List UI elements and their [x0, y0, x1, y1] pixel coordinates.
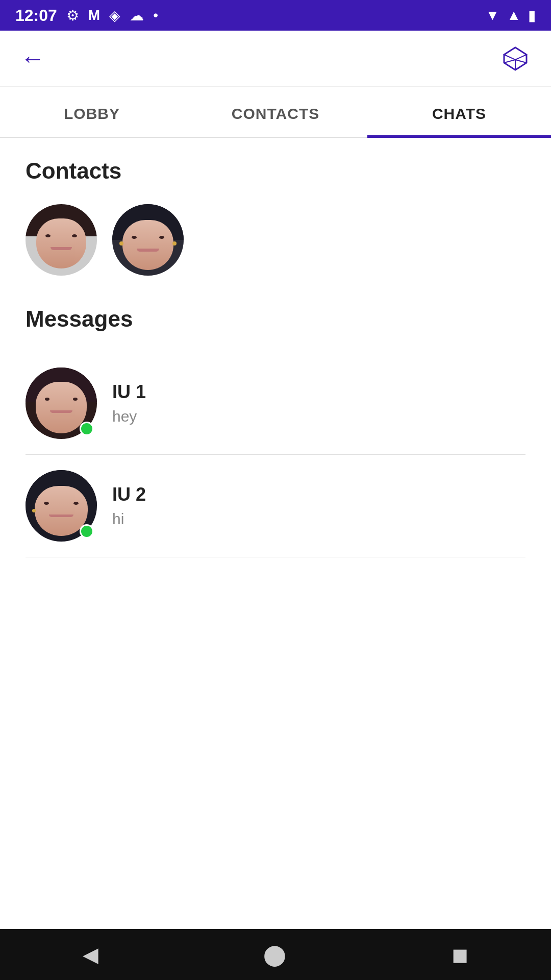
- svg-line-3: [504, 60, 515, 63]
- message-avatar-wrap-iu2: [26, 470, 97, 542]
- cloud-icon: ☁: [130, 7, 144, 24]
- contact-avatar-iu2[interactable]: [112, 204, 184, 276]
- message-name-iu1: IU 1: [112, 381, 525, 403]
- messages-title: Messages: [26, 306, 525, 332]
- dot-icon: •: [153, 7, 158, 23]
- app-bar: ←: [0, 31, 551, 87]
- main-content: Contacts: [0, 138, 551, 578]
- message-avatar-wrap-iu1: [26, 368, 97, 439]
- status-right: ▼ ▲ ▮: [486, 7, 536, 24]
- online-indicator-iu1: [80, 422, 94, 436]
- message-preview-iu2: hi: [112, 510, 525, 528]
- contacts-row: [26, 204, 525, 276]
- gmail-icon: M: [88, 7, 100, 23]
- message-item-iu1[interactable]: IU 1 hey: [26, 352, 525, 455]
- messages-section: Messages IU 1 hey: [26, 306, 525, 557]
- gem-icon: [500, 43, 531, 74]
- contact-avatar-iu1[interactable]: [26, 204, 97, 276]
- svg-marker-1: [504, 47, 527, 60]
- back-button[interactable]: ←: [20, 44, 45, 72]
- nav-bar: ◀ ⬤ ◼: [0, 929, 551, 980]
- tab-contacts[interactable]: CONTACTS: [184, 87, 367, 137]
- nav-back-button[interactable]: ◀: [83, 943, 98, 966]
- message-item-iu2[interactable]: IU 2 hi: [26, 455, 525, 557]
- status-bar: 12:07 ⚙ M ◈ ☁ • ▼ ▲ ▮: [0, 0, 551, 31]
- nav-recents-button[interactable]: ◼: [452, 943, 468, 966]
- contacts-section: Contacts: [26, 158, 525, 276]
- wifi-icon: ▼: [486, 7, 500, 23]
- online-indicator-iu2: [80, 524, 94, 538]
- tab-chats[interactable]: CHATS: [367, 87, 551, 137]
- message-info-iu2: IU 2 hi: [112, 484, 525, 528]
- message-preview-iu1: hey: [112, 408, 525, 425]
- status-time: 12:07: [15, 6, 57, 25]
- battery-icon: ▮: [528, 7, 536, 24]
- nav-home-button[interactable]: ⬤: [263, 943, 286, 966]
- svg-line-4: [515, 60, 527, 63]
- status-left: 12:07 ⚙ M ◈ ☁ •: [15, 6, 158, 25]
- tabs: LOBBY CONTACTS CHATS: [0, 87, 551, 138]
- settings-icon: ⚙: [66, 7, 79, 24]
- drop-icon: ◈: [109, 7, 120, 24]
- message-info-iu1: IU 1 hey: [112, 381, 525, 425]
- message-name-iu2: IU 2: [112, 484, 525, 505]
- contacts-title: Contacts: [26, 158, 525, 184]
- signal-icon: ▲: [507, 7, 521, 23]
- tab-lobby[interactable]: LOBBY: [0, 87, 184, 137]
